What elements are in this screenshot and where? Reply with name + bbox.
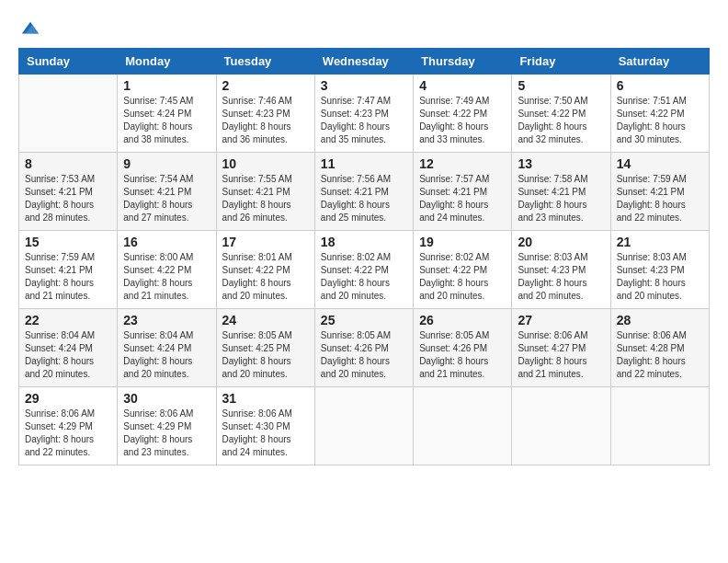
day-number: 13: [518, 156, 604, 171]
day-cell: 26Sunrise: 8:05 AMSunset: 4:26 PMDayligh…: [414, 309, 512, 387]
day-number: 16: [123, 235, 210, 249]
day-number: 4: [419, 78, 506, 93]
day-info: Sunrise: 8:06 AMSunset: 4:27 PMDaylight:…: [518, 329, 604, 381]
day-cell: 13Sunrise: 7:58 AMSunset: 4:21 PMDayligh…: [512, 153, 610, 231]
logo: [18, 18, 40, 39]
empty-cell: [512, 387, 610, 465]
day-number: 17: [222, 235, 309, 249]
day-info: Sunrise: 7:49 AMSunset: 4:22 PMDaylight:…: [419, 95, 506, 146]
day-number: 25: [321, 313, 407, 327]
calendar-week-row: 29Sunrise: 8:06 AMSunset: 4:29 PMDayligh…: [19, 387, 710, 465]
day-info: Sunrise: 8:06 AMSunset: 4:29 PMDaylight:…: [123, 408, 210, 459]
empty-cell: [414, 387, 512, 465]
day-cell: 1Sunrise: 7:45 AMSunset: 4:24 PMDaylight…: [118, 75, 216, 153]
day-info: Sunrise: 7:59 AMSunset: 4:21 PMDaylight:…: [25, 251, 111, 303]
day-cell: 11Sunrise: 7:56 AMSunset: 4:21 PMDayligh…: [314, 153, 413, 231]
day-info: Sunrise: 8:02 AMSunset: 4:22 PMDaylight:…: [419, 251, 506, 303]
day-cell: 23Sunrise: 8:04 AMSunset: 4:24 PMDayligh…: [118, 309, 216, 387]
calendar-week-row: 1Sunrise: 7:45 AMSunset: 4:24 PMDaylight…: [19, 75, 710, 153]
day-info: Sunrise: 7:46 AMSunset: 4:23 PMDaylight:…: [222, 95, 309, 146]
day-cell: 22Sunrise: 8:04 AMSunset: 4:24 PMDayligh…: [19, 309, 118, 387]
day-number: 27: [518, 313, 604, 327]
day-number: 14: [617, 156, 703, 171]
day-info: Sunrise: 8:05 AMSunset: 4:26 PMDaylight:…: [419, 329, 506, 381]
day-cell: 2Sunrise: 7:46 AMSunset: 4:23 PMDaylight…: [216, 75, 314, 153]
day-cell: 24Sunrise: 8:05 AMSunset: 4:25 PMDayligh…: [216, 309, 314, 387]
day-info: Sunrise: 7:45 AMSunset: 4:24 PMDaylight:…: [123, 95, 210, 146]
day-info: Sunrise: 7:51 AMSunset: 4:22 PMDaylight:…: [617, 95, 703, 146]
day-cell: 14Sunrise: 7:59 AMSunset: 4:21 PMDayligh…: [610, 153, 709, 231]
day-cell: 19Sunrise: 8:02 AMSunset: 4:22 PMDayligh…: [414, 231, 512, 309]
day-cell: 28Sunrise: 8:06 AMSunset: 4:28 PMDayligh…: [610, 309, 709, 387]
day-cell: 18Sunrise: 8:02 AMSunset: 4:22 PMDayligh…: [314, 231, 413, 309]
day-cell: 10Sunrise: 7:55 AMSunset: 4:21 PMDayligh…: [216, 153, 314, 231]
calendar-header-row: SundayMondayTuesdayWednesdayThursdayFrid…: [19, 49, 710, 75]
day-number: 31: [222, 391, 309, 406]
day-number: 18: [321, 235, 407, 249]
day-info: Sunrise: 7:56 AMSunset: 4:21 PMDaylight:…: [321, 173, 407, 224]
day-info: Sunrise: 8:00 AMSunset: 4:22 PMDaylight:…: [123, 251, 210, 303]
day-number: 8: [25, 156, 111, 171]
day-info: Sunrise: 7:55 AMSunset: 4:21 PMDaylight:…: [222, 173, 309, 224]
day-info: Sunrise: 7:50 AMSunset: 4:22 PMDaylight:…: [518, 95, 604, 146]
day-info: Sunrise: 7:54 AMSunset: 4:21 PMDaylight:…: [123, 173, 210, 224]
column-header-thursday: Thursday: [414, 49, 512, 75]
day-number: 15: [25, 235, 111, 249]
day-info: Sunrise: 7:57 AMSunset: 4:21 PMDaylight:…: [419, 173, 506, 224]
column-header-sunday: Sunday: [19, 49, 118, 75]
day-number: 26: [419, 313, 506, 327]
day-number: 29: [25, 391, 111, 406]
day-number: 28: [617, 313, 703, 327]
day-cell: 21Sunrise: 8:03 AMSunset: 4:23 PMDayligh…: [610, 231, 709, 309]
logo-icon: [20, 18, 40, 39]
column-header-monday: Monday: [118, 49, 216, 75]
calendar-week-row: 22Sunrise: 8:04 AMSunset: 4:24 PMDayligh…: [19, 309, 710, 387]
day-info: Sunrise: 8:06 AMSunset: 4:30 PMDaylight:…: [222, 408, 309, 459]
day-cell: 15Sunrise: 7:59 AMSunset: 4:21 PMDayligh…: [19, 231, 118, 309]
day-cell: 17Sunrise: 8:01 AMSunset: 4:22 PMDayligh…: [216, 231, 314, 309]
day-cell: 4Sunrise: 7:49 AMSunset: 4:22 PMDaylight…: [414, 75, 512, 153]
day-number: 23: [123, 313, 210, 327]
day-cell: 16Sunrise: 8:00 AMSunset: 4:22 PMDayligh…: [118, 231, 216, 309]
day-cell: 3Sunrise: 7:47 AMSunset: 4:23 PMDaylight…: [314, 75, 413, 153]
day-info: Sunrise: 7:53 AMSunset: 4:21 PMDaylight:…: [25, 173, 111, 224]
day-number: 20: [518, 235, 604, 249]
column-header-saturday: Saturday: [610, 49, 709, 75]
day-cell: 8Sunrise: 7:53 AMSunset: 4:21 PMDaylight…: [19, 153, 118, 231]
page-header: [18, 18, 710, 39]
day-cell: 29Sunrise: 8:06 AMSunset: 4:29 PMDayligh…: [19, 387, 118, 465]
day-cell: 27Sunrise: 8:06 AMSunset: 4:27 PMDayligh…: [512, 309, 610, 387]
day-cell: 25Sunrise: 8:05 AMSunset: 4:26 PMDayligh…: [314, 309, 413, 387]
day-number: 30: [123, 391, 210, 406]
day-number: 21: [617, 235, 703, 249]
column-header-tuesday: Tuesday: [216, 49, 314, 75]
day-cell: 20Sunrise: 8:03 AMSunset: 4:23 PMDayligh…: [512, 231, 610, 309]
day-cell: 12Sunrise: 7:57 AMSunset: 4:21 PMDayligh…: [414, 153, 512, 231]
day-info: Sunrise: 8:04 AMSunset: 4:24 PMDaylight:…: [25, 329, 111, 381]
day-number: 3: [321, 78, 407, 93]
day-number: 19: [419, 235, 506, 249]
day-info: Sunrise: 8:02 AMSunset: 4:22 PMDaylight:…: [321, 251, 407, 303]
day-number: 10: [222, 156, 309, 171]
day-number: 5: [518, 78, 604, 93]
day-info: Sunrise: 8:06 AMSunset: 4:28 PMDaylight:…: [617, 329, 703, 381]
calendar-week-row: 8Sunrise: 7:53 AMSunset: 4:21 PMDaylight…: [19, 153, 710, 231]
day-info: Sunrise: 8:04 AMSunset: 4:24 PMDaylight:…: [123, 329, 210, 381]
column-header-friday: Friday: [512, 49, 610, 75]
empty-cell: [314, 387, 413, 465]
day-number: 12: [419, 156, 506, 171]
day-info: Sunrise: 7:59 AMSunset: 4:21 PMDaylight:…: [617, 173, 703, 224]
day-info: Sunrise: 8:01 AMSunset: 4:22 PMDaylight:…: [222, 251, 309, 303]
day-number: 9: [123, 156, 210, 171]
day-cell: 31Sunrise: 8:06 AMSunset: 4:30 PMDayligh…: [216, 387, 314, 465]
empty-cell: [610, 387, 709, 465]
day-number: 6: [617, 78, 703, 93]
calendar-week-row: 15Sunrise: 7:59 AMSunset: 4:21 PMDayligh…: [19, 231, 710, 309]
day-number: 1: [123, 78, 210, 93]
calendar-table: SundayMondayTuesdayWednesdayThursdayFrid…: [18, 48, 710, 465]
day-number: 22: [25, 313, 111, 327]
day-cell: 5Sunrise: 7:50 AMSunset: 4:22 PMDaylight…: [512, 75, 610, 153]
day-info: Sunrise: 7:47 AMSunset: 4:23 PMDaylight:…: [321, 95, 407, 146]
day-info: Sunrise: 8:05 AMSunset: 4:25 PMDaylight:…: [222, 329, 309, 381]
day-info: Sunrise: 8:03 AMSunset: 4:23 PMDaylight:…: [518, 251, 604, 303]
